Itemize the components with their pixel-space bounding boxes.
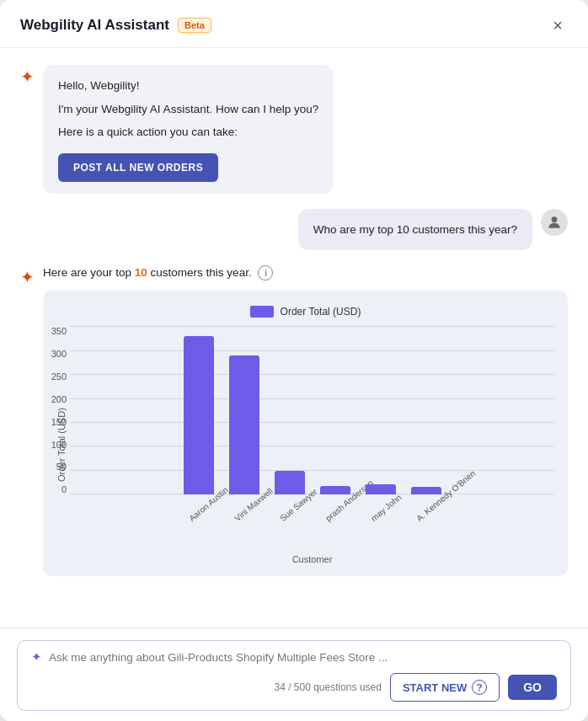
help-circle-icon: ?	[472, 680, 487, 695]
x-label: prash Anderson	[323, 497, 353, 524]
input-row: ✦	[31, 649, 557, 665]
start-new-label: START NEW	[403, 681, 467, 694]
greeting-bubble: Hello, Webgility! I'm your Webgility AI …	[43, 65, 334, 194]
input-area: ✦ 34 / 500 questions used START NEW ? GO	[0, 628, 588, 721]
input-footer: 34 / 500 questions used START NEW ? GO	[31, 673, 557, 702]
svg-point-0	[552, 216, 558, 222]
bar	[366, 484, 396, 494]
chat-input[interactable]	[49, 651, 557, 664]
chart-inner: 350 300 250 200 150 100 50 0	[70, 326, 554, 564]
bar	[320, 486, 350, 494]
app-title: Webgility AI Assistant	[20, 17, 169, 34]
header-left: Webgility AI Assistant Beta	[20, 17, 211, 34]
bar-wrapper	[275, 471, 305, 494]
bars-group	[70, 326, 554, 494]
y-ticks: 350 300 250 200 150 100 50 0	[41, 326, 67, 494]
close-button[interactable]: ×	[548, 15, 568, 35]
beta-badge: Beta	[178, 18, 211, 33]
bar-wrapper	[366, 484, 396, 494]
post-all-orders-button[interactable]: POST ALL NEW ORDERS	[58, 153, 218, 182]
x-label: A. Kennedy O'Brien	[414, 497, 444, 524]
assistant-greeting-row: ✦ Hello, Webgility! I'm your Webgility A…	[20, 65, 568, 194]
x-label: Aaron Austin	[187, 497, 216, 524]
sparkle-input-icon: ✦	[31, 649, 42, 665]
x-labels: Aaron AustinVini MaxwellSue Sawyerprash …	[70, 498, 554, 515]
bar-wrapper	[320, 486, 350, 494]
intro-text: I'm your Webgility AI Assistant. How can…	[58, 100, 318, 119]
quick-action-text: Here is a quick action you can take:	[58, 123, 318, 142]
bar	[184, 336, 214, 494]
assistant-response-row: ✦ Here are your top 10 customers this ye…	[20, 265, 568, 576]
questions-used: 34 / 500 questions used	[274, 681, 381, 693]
info-icon[interactable]: i	[258, 265, 273, 280]
bar-wrapper	[411, 487, 441, 494]
chat-area: ✦ Hello, Webgility! I'm your Webgility A…	[0, 48, 588, 628]
bar	[411, 487, 441, 494]
sparkle-icon-2: ✦	[20, 267, 35, 287]
user-avatar	[541, 209, 568, 236]
go-button[interactable]: GO	[508, 675, 557, 700]
chart-legend: Order Total (USD)	[56, 306, 554, 318]
user-bubble: Who are my top 10 customers this year?	[298, 209, 532, 251]
x-axis-title: Customer	[70, 554, 554, 564]
header: Webgility AI Assistant Beta ×	[0, 0, 588, 48]
response-text: Here are your top 10 customers this year…	[43, 265, 568, 280]
bar-wrapper	[184, 336, 214, 494]
legend-color-swatch	[250, 306, 274, 318]
legend-label: Order Total (USD)	[281, 306, 361, 318]
user-message-text: Who are my top 10 customers this year?	[313, 223, 517, 236]
app-window: Webgility AI Assistant Beta × ✦ Hello, W…	[0, 0, 588, 721]
greeting-text: Hello, Webgility!	[58, 77, 318, 95]
chart-container: Order Total (USD) Order Total (USD)	[43, 291, 568, 576]
input-box: ✦ 34 / 500 questions used START NEW ? GO	[17, 640, 571, 711]
x-label: Vini Maxwell	[233, 497, 262, 524]
x-label: Sue Sawyer	[278, 497, 307, 524]
bar	[229, 355, 259, 494]
x-label: may John	[369, 497, 398, 524]
start-new-button[interactable]: START NEW ?	[390, 673, 500, 702]
user-message-row: Who are my top 10 customers this year?	[20, 209, 568, 251]
chart-area: Order Total (USD)	[56, 326, 554, 564]
bar	[275, 471, 305, 494]
sparkle-icon: ✦	[20, 67, 35, 87]
bar-wrapper	[229, 355, 259, 494]
bars-and-grid: 350 300 250 200 150 100 50 0	[70, 326, 554, 494]
